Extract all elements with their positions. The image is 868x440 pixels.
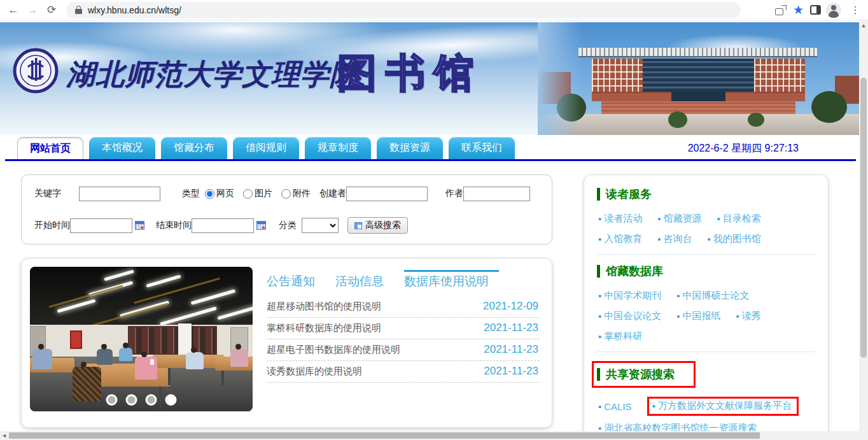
bullet-icon: • (598, 331, 601, 342)
university-logo (13, 48, 59, 94)
horizontal-scrollbar-thumb[interactable] (9, 432, 760, 439)
news-item-date: 2021-11-23 (484, 343, 538, 356)
nav-tab[interactable]: 借阅规则 (233, 137, 299, 159)
bullet-icon: • (652, 401, 655, 411)
nav-tab[interactable]: 联系我们 (449, 137, 515, 159)
end-time-label: 结束时间 (156, 220, 192, 231)
news-item[interactable]: 读秀数据库的使用说明2021-11-23 (267, 361, 540, 383)
sidebar-link-label: 中国会议论文 (604, 310, 661, 322)
author-input[interactable] (463, 187, 530, 201)
nav-tab[interactable]: 规章制度 (305, 137, 371, 159)
radio-icon[interactable] (205, 189, 214, 199)
calendar-icon[interactable] (135, 221, 144, 230)
sidebar-link-row: •中国学术期刊•中国博硕士论文 (598, 290, 815, 302)
url-text[interactable]: wlxy.hbnu.edu.cn/wltsg/ (88, 5, 181, 15)
carousel-dot[interactable] (146, 394, 157, 406)
sidebar-link[interactable]: •掌桥科研 (598, 330, 642, 343)
news-tab[interactable]: 公告通知 (267, 270, 315, 290)
sidebar-link[interactable]: •中国学术期刊 (598, 290, 661, 302)
news-item[interactable]: 超星电子图书数据库的使用说明2021-11-23 (267, 339, 540, 361)
advanced-search-button[interactable]: 高级搜索 (347, 217, 408, 234)
news-item-title[interactable]: 读秀数据库的使用说明 (267, 365, 362, 378)
carousel-dot[interactable] (126, 394, 137, 406)
carousel-dot[interactable] (165, 394, 177, 406)
start-time-input[interactable] (70, 218, 132, 233)
lock-icon (75, 6, 82, 14)
address-bar[interactable]: wlxy.hbnu.edu.cn/wltsg/ (66, 2, 741, 18)
profile-avatar[interactable] (826, 3, 841, 18)
sidebar-link-highlighted[interactable]: •万方数据外文文献保障服务平台 (647, 397, 799, 416)
news-item[interactable]: 掌桥科研数据库的使用说明2021-11-23 (267, 318, 540, 339)
sidebar-link[interactable]: •我的图书馆 (708, 233, 761, 245)
sidebar-link[interactable]: •CALIS (598, 401, 632, 412)
end-time-input[interactable] (192, 218, 254, 233)
news-panel: 公告通知活动信息数据库使用说明 超星移动图书馆的使用说明2021-12-09掌桥… (267, 267, 540, 419)
news-tab[interactable]: 活动信息 (335, 270, 384, 290)
sidebar-link-label: 掌桥科研 (604, 330, 642, 343)
bullet-icon: • (598, 234, 601, 245)
keyword-input[interactable] (79, 187, 160, 201)
sidebar-link[interactable]: •目录检索 (717, 213, 761, 225)
bullet-icon: • (736, 311, 739, 322)
forward-icon[interactable]: → (23, 4, 42, 17)
news-tab[interactable]: 数据库使用说明 (404, 270, 499, 290)
nav-tab[interactable]: 网站首页 (17, 137, 83, 159)
radio-icon[interactable] (243, 189, 253, 199)
nav-divider-line (5, 159, 856, 161)
sidebar-link-row: •入馆教育•咨询台•我的图书馆 (598, 233, 815, 245)
carousel[interactable] (30, 267, 253, 411)
person-head (123, 343, 129, 348)
sidebar-link[interactable]: •咨询台 (657, 233, 692, 245)
carousel-dot[interactable] (106, 394, 118, 406)
type-radio-label: 网页 (216, 188, 234, 199)
share-icon[interactable] (775, 5, 787, 15)
sidebar-link-label: 读秀 (742, 310, 761, 322)
type-radio-option[interactable]: 网页 (205, 188, 234, 199)
sidebar-link[interactable]: •中国会议论文 (598, 310, 661, 322)
bullet-icon: • (657, 213, 661, 224)
news-item[interactable]: 超星移动图书馆的使用说明2021-12-09 (267, 296, 540, 318)
start-time-label: 开始时间 (34, 220, 70, 231)
news-item-title[interactable]: 掌桥科研数据库的使用说明 (267, 322, 381, 334)
type-radio-option[interactable]: 附件 (281, 188, 311, 199)
vertical-scrollbar-thumb[interactable] (860, 78, 867, 358)
sidebar-link[interactable]: •中国博硕士论文 (676, 290, 749, 302)
calendar-icon[interactable] (256, 221, 266, 230)
bullet-icon: • (598, 213, 601, 224)
sidebar-link[interactable]: •中国报纸 (676, 310, 720, 322)
sidebar-link-row: •CALIS•万方数据外文文献保障服务平台 (598, 399, 815, 414)
creator-input[interactable] (346, 187, 428, 201)
browser-menu-icon[interactable]: ⋮ (846, 4, 864, 16)
nav-tab[interactable]: 本馆概况 (89, 137, 155, 159)
sidebar-link-label: 读者活动 (604, 213, 642, 225)
sidebar-link-row: •中国会议论文•中国报纸•读秀 (598, 310, 815, 322)
news-item-title[interactable]: 超星电子图书数据库的使用说明 (267, 344, 400, 356)
sidebar-link-label: 中国学术期刊 (604, 290, 661, 302)
section-heading-highlighted: 共享资源搜索 (592, 361, 696, 388)
side-panel-icon[interactable] (810, 5, 821, 15)
scroll-left-arrow-icon[interactable]: ◄ (1, 431, 7, 440)
news-item-title[interactable]: 超星移动图书馆的使用说明 (267, 301, 381, 313)
bullet-icon: • (598, 290, 601, 301)
scroll-up-arrow-icon[interactable]: ▲ (859, 22, 868, 29)
refresh-icon[interactable]: ⟳ (42, 3, 61, 17)
nav-tab[interactable]: 馆藏分布 (161, 137, 227, 159)
person-figure (32, 349, 53, 369)
heading-bar-icon (597, 188, 600, 201)
sidebar-link[interactable]: •馆藏资源 (657, 213, 701, 225)
browser-toolbar: ← → ⟳ wlxy.hbnu.edu.cn/wltsg/ ★ ⋮ (0, 0, 868, 20)
sidebar-link[interactable]: •读秀 (736, 310, 761, 322)
bookmark-star-icon[interactable]: ★ (790, 4, 806, 16)
horizontal-scrollbar[interactable]: ◄ (0, 431, 859, 440)
sidebar-link[interactable]: •入馆教育 (598, 233, 642, 245)
section-title: 共享资源搜索 (606, 367, 675, 382)
type-radio-label: 附件 (293, 188, 311, 199)
category-select[interactable] (302, 218, 339, 233)
back-icon[interactable]: ← (4, 4, 23, 17)
creator-label: 创建者 (319, 188, 346, 199)
sidebar-link[interactable]: •读者活动 (598, 213, 642, 225)
type-radio-option[interactable]: 图片 (243, 188, 272, 199)
radio-icon[interactable] (281, 189, 291, 199)
nav-tab[interactable]: 数据资源 (377, 137, 443, 159)
vertical-scrollbar[interactable]: ▲ (859, 20, 868, 440)
